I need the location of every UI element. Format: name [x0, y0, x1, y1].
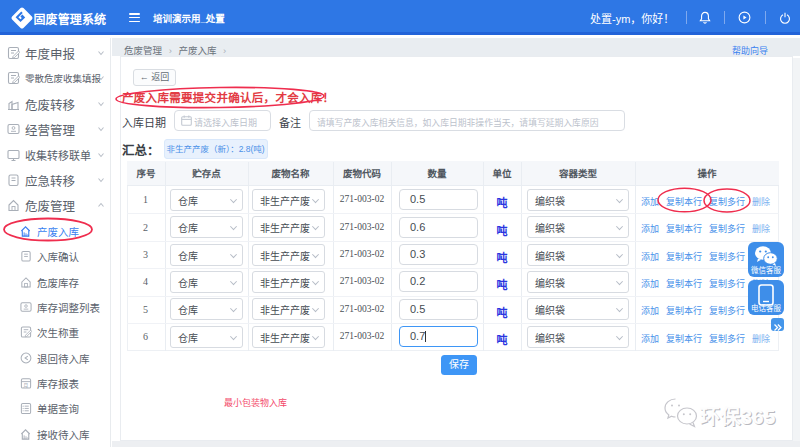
svg-text:月: 月 [23, 382, 28, 389]
